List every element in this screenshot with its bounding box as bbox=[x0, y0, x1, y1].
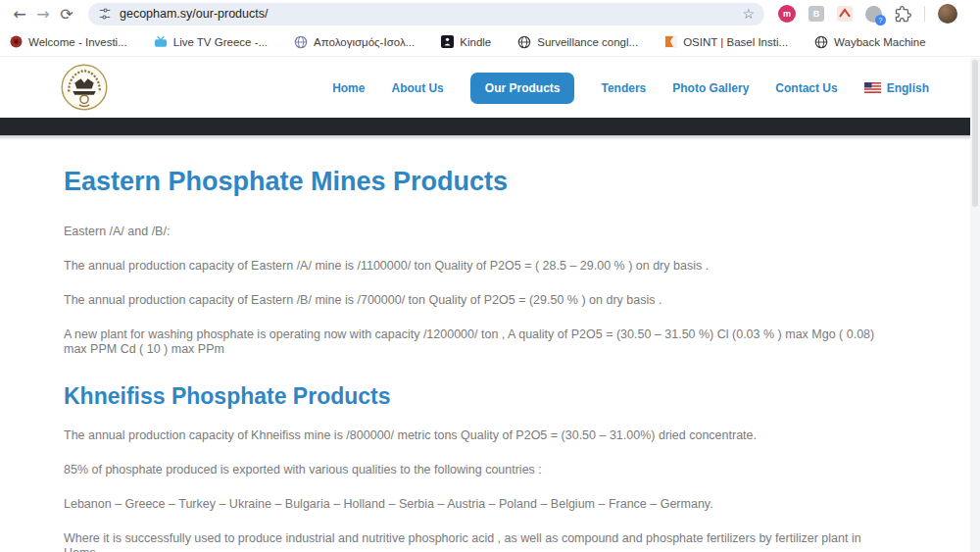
paragraph: Eastern /A/ and /B/: bbox=[64, 225, 892, 239]
globe-icon bbox=[517, 35, 531, 49]
paragraph: Where it is successfully used to produce… bbox=[64, 531, 892, 552]
hero-band bbox=[0, 118, 970, 135]
extensions-puzzle-icon[interactable] bbox=[895, 6, 911, 23]
scrollbar-thumb[interactable] bbox=[972, 60, 978, 207]
bookmark-surveillance[interactable]: Surveillance congl... bbox=[517, 35, 638, 49]
globe-icon bbox=[814, 35, 828, 49]
page-title-eastern: Eastern Phosphate Mines Products bbox=[64, 166, 970, 197]
profile-avatar[interactable] bbox=[938, 4, 957, 24]
kindle-icon bbox=[441, 35, 454, 48]
browser-window: ← → ⟳ gecopham.sy/our-products/ ☆ m B bbox=[0, 0, 980, 552]
site-info-icon[interactable] bbox=[98, 7, 112, 21]
main-navigation: Home About Us Our Products Tenders Photo… bbox=[332, 58, 929, 118]
section-title-khneifiss: Khneifiss Phosphate Products bbox=[64, 382, 970, 410]
nav-contact-us[interactable]: Contact Us bbox=[775, 81, 837, 95]
browser-toolbar: ← → ⟳ gecopham.sy/our-products/ ☆ m B bbox=[0, 0, 980, 27]
red-extension-icon[interactable] bbox=[837, 6, 853, 22]
bookmarks-bar: Welcome - Investi... Live TV Greece -...… bbox=[0, 27, 980, 57]
nav-our-products[interactable]: Our Products bbox=[470, 73, 575, 104]
page-content: Eastern Phosphate Mines Products Eastern… bbox=[0, 139, 970, 552]
bookmark-label: Surveillance congl... bbox=[537, 36, 638, 48]
b-extension-icon[interactable]: B bbox=[808, 6, 824, 22]
paragraph: 85% of phosphate produced is exported wi… bbox=[64, 463, 892, 477]
site-header: Home About Us Our Products Tenders Photo… bbox=[0, 58, 980, 118]
bookmark-label: Wayback Machine bbox=[834, 36, 926, 48]
bookmark-label: Kindle bbox=[460, 36, 491, 48]
paragraph: A new plant for washing phosphate is ope… bbox=[64, 327, 892, 357]
help-extension-icon[interactable]: ? bbox=[865, 6, 882, 23]
page-scrollbar[interactable] bbox=[970, 58, 980, 552]
bookmark-osint[interactable]: OSINT | Basel Insti... bbox=[664, 35, 788, 48]
tv-icon bbox=[154, 35, 168, 48]
paragraph: The annual production capacity of Easter… bbox=[64, 259, 892, 274]
bookmark-live-tv[interactable]: Live TV Greece -... bbox=[154, 35, 268, 48]
help-badge: ? bbox=[875, 15, 886, 25]
language-label: English bbox=[887, 81, 929, 95]
us-flag-icon bbox=[864, 82, 881, 93]
paragraph: The annual production capacity of Easter… bbox=[64, 293, 892, 308]
site-logo[interactable] bbox=[61, 64, 108, 115]
welcome-favicon bbox=[10, 35, 23, 48]
url-text[interactable]: gecopham.sy/our-products/ bbox=[120, 7, 268, 21]
osint-icon bbox=[664, 35, 677, 48]
globe-icon bbox=[294, 35, 308, 49]
back-button[interactable]: ← bbox=[8, 2, 31, 25]
reload-button[interactable]: ⟳ bbox=[55, 2, 78, 25]
bookmark-label: Απολογισμός-Ισολ... bbox=[314, 36, 415, 48]
extensions-cluster: m B ? bbox=[778, 4, 957, 24]
bookmark-label: Welcome - Investi... bbox=[28, 36, 127, 48]
pink-m-extension-icon[interactable]: m bbox=[778, 5, 796, 23]
nav-tenders[interactable]: Tenders bbox=[601, 81, 646, 95]
bookmark-label: OSINT | Basel Insti... bbox=[683, 36, 788, 48]
nav-photo-gallery[interactable]: Photo Gallery bbox=[672, 81, 749, 95]
bookmark-welcome[interactable]: Welcome - Investi... bbox=[10, 35, 127, 48]
nav-about-us[interactable]: About Us bbox=[391, 81, 443, 95]
url-bar[interactable]: gecopham.sy/our-products/ ☆ bbox=[88, 3, 764, 25]
bookmark-wayback[interactable]: Wayback Machine bbox=[814, 35, 926, 49]
bookmark-star-icon[interactable]: ☆ bbox=[742, 6, 755, 22]
bookmark-label: Live TV Greece -... bbox=[173, 36, 268, 48]
language-switcher[interactable]: English bbox=[864, 81, 929, 95]
nav-home[interactable]: Home bbox=[332, 81, 365, 95]
paragraph: The annual production capacity of Khneif… bbox=[64, 428, 892, 443]
bookmark-apologismos[interactable]: Απολογισμός-Ισολ... bbox=[294, 35, 415, 49]
bookmark-kindle[interactable]: Kindle bbox=[441, 35, 491, 48]
forward-button[interactable]: → bbox=[31, 2, 55, 25]
toolbar-divider bbox=[924, 6, 925, 22]
paragraph: Lebanon – Greece – Turkey – Ukraine – Bu… bbox=[64, 497, 892, 512]
